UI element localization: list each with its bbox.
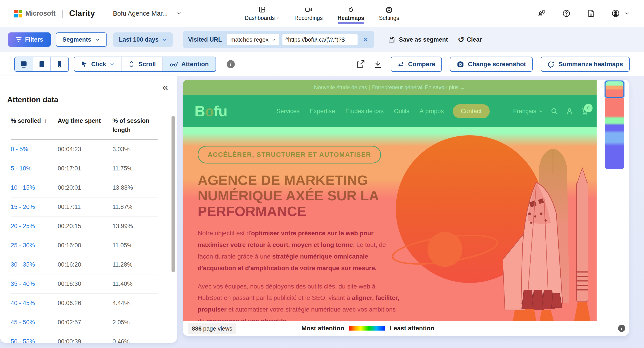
desktop-icon [20,60,28,68]
session-share-value: 4.44% [112,300,158,306]
summarize-heatmaps-button[interactable]: Summarize heatmaps [541,56,630,72]
site-logo[interactable]: Bofu [194,103,227,120]
filters-button[interactable]: Filters [8,32,51,47]
session-share-value: 2.05% [112,319,158,326]
scroll-range-link[interactable]: 40 - 45% [11,300,58,306]
site-search-icon[interactable] [550,107,558,115]
clarity-wordmark: Clarity [69,9,95,18]
tab-settings[interactable]: Settings [378,4,400,24]
tab-click[interactable]: Click [74,57,121,71]
site-cart-icon[interactable]: 0 [581,107,588,115]
planet-graphic [428,232,462,267]
filter-bar: Filters Segments Last 100 days Visited U… [0,27,644,52]
info-icon[interactable]: i [227,60,235,68]
share-icon[interactable] [356,60,365,69]
project-name: Bofu Agence Mar... [113,10,168,17]
hero-badge: ACCÉLÉRER, STRUCTURER ET AUTOMATISER [198,146,381,164]
legend-info-icon[interactable]: i [618,325,625,332]
minimap-strip[interactable] [605,98,624,169]
feedback-icon[interactable] [538,9,546,18]
tab-heatmaps[interactable]: Heatmaps [336,4,365,24]
avg-time-value: 00:16:00 [58,242,112,249]
scroll-range-link[interactable]: 45 - 50% [11,319,58,326]
device-tablet-button[interactable] [33,57,50,71]
scroll-range-link[interactable]: 15 - 20% [11,204,58,210]
release-notes-icon[interactable] [587,9,595,18]
save-as-segment-button[interactable]: Save as segment [388,32,448,47]
compare-arrows-icon [397,60,404,68]
compare-button[interactable]: Compare [391,56,442,72]
site-nav-item[interactable]: Études de cas [345,108,384,115]
session-share-value: 3.03% [112,146,158,153]
scroll-range-link[interactable]: 10 - 15% [11,184,58,191]
banner-text: Nouvelle étude de cas | Entrepreneur gén… [314,84,422,90]
table-row: 40 - 45%00:06:264.44% [11,294,158,313]
site-language-selector[interactable]: Français [513,108,543,115]
dashboards-icon [258,6,266,14]
help-icon[interactable] [562,9,571,18]
collapse-panel-icon[interactable]: « [162,82,168,92]
save-as-segment-label: Save as segment [399,36,448,43]
minimap-viewport[interactable] [605,80,624,98]
table-row: 45 - 50%00:02:572.05% [11,313,158,332]
site-nav-item[interactable]: Outils [394,108,410,115]
operator-value: matches regex [230,36,268,43]
date-range-dropdown[interactable]: Last 100 days [113,32,173,47]
site-nav: Bofu Services Expertise Études de cas Ou… [183,95,596,127]
avg-time-value: 00:20:01 [58,184,112,191]
account-avatar-icon[interactable] [611,9,620,18]
scroll-icon [128,61,135,68]
website-screenshot[interactable]: Nouvelle étude de cas | Entrepreneur gén… [183,80,596,321]
scroll-range-link[interactable]: 25 - 30% [11,242,58,249]
tab-dashboards[interactable]: Dashboards [244,4,281,24]
visited-url-filter-chip: Visited URL matches regex ✕ [183,31,374,48]
chevron-down-icon [162,37,167,42]
tab-attention[interactable]: Attention [162,57,216,71]
filters-label: Filters [25,36,43,43]
device-mobile-button[interactable] [50,57,68,71]
download-icon[interactable] [373,60,382,69]
device-desktop-button[interactable] [15,57,33,71]
scroll-range-link[interactable]: 35 - 40% [11,280,58,288]
avg-time-value: 00:16:20 [58,261,112,268]
tab-recordings[interactable]: Recordings [294,4,324,24]
save-icon [388,36,395,44]
scroll-range-link[interactable]: 20 - 25% [11,223,58,230]
project-selector[interactable]: Bofu Agence Mar... [113,0,182,27]
column-avg-time[interactable]: Avg time spent [58,116,112,134]
site-contact-button[interactable]: Contact [453,104,490,118]
space-shuttle-graphic [503,147,596,321]
clear-filters-button[interactable]: ↺ Clear [458,32,482,47]
chevron-down-icon [110,62,114,66]
site-nav-item[interactable]: Expertise [310,108,335,115]
url-pattern-input[interactable] [282,34,358,46]
panel-scrollbar[interactable] [172,116,175,272]
remove-filter-icon[interactable]: ✕ [361,36,371,44]
heatmaps-flame-icon [347,6,355,14]
scroll-range-link[interactable]: 50 - 55% [11,338,58,343]
chevron-down-icon[interactable] [625,11,630,16]
column-scrolled[interactable]: % scrolled↑ [11,116,58,134]
site-nav-item[interactable]: Services [276,108,300,115]
chevron-down-icon [276,16,280,20]
tab-scroll[interactable]: Scroll [121,57,162,71]
microsoft-logo-icon [14,10,22,18]
avg-time-value: 00:04:23 [58,146,112,153]
main-content: « Attention data % scrolled↑ Avg time sp… [0,76,644,348]
table-header: % scrolled↑ Avg time spent % of session … [11,116,158,140]
segments-dropdown[interactable]: Segments [56,32,107,47]
banner-link[interactable]: En savoir plus → [425,84,465,90]
scroll-range-link[interactable]: 5 - 10% [11,165,58,172]
site-account-icon[interactable] [566,107,573,115]
change-screenshot-button[interactable]: Change screenshot [450,56,533,72]
column-session-length[interactable]: % of session length [112,116,158,134]
url-operator-select[interactable]: matches regex [227,34,279,46]
top-nav: Dashboards Recordings Heatmaps Settings [244,0,400,27]
scroll-range-link[interactable]: 30 - 35% [11,261,58,268]
table-row: 0 - 5%00:04:233.03% [11,140,158,159]
site-nav-item[interactable]: À propos [420,108,444,115]
session-share-value: 11.40% [112,280,158,288]
scroll-range-link[interactable]: 0 - 5% [11,146,58,153]
table-body: 0 - 5%00:04:233.03%5 - 10%00:17:0111.75%… [11,140,158,343]
session-share-value: 13.99% [112,223,158,230]
